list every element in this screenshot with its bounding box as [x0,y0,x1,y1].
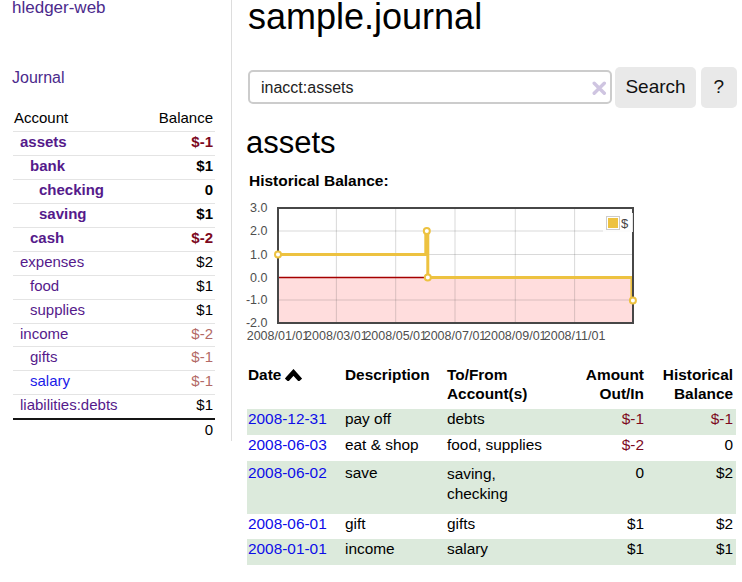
svg-text:2008/05/01: 2008/05/01 [364,329,427,343]
svg-text:-2.0: -2.0 [246,316,268,330]
svg-text:$: $ [621,216,629,231]
svg-text:2.0: 2.0 [250,224,267,238]
svg-text:2008/01/01: 2008/01/01 [247,329,310,343]
svg-text:-1.0: -1.0 [246,293,268,307]
svg-text:2008/03/01: 2008/03/01 [305,329,368,343]
svg-text:0.0: 0.0 [250,271,267,285]
svg-text:2008/11/01: 2008/11/01 [544,329,606,343]
svg-text:2008/07/01: 2008/07/01 [424,329,487,343]
svg-text:2008/09/01: 2008/09/01 [484,329,547,343]
svg-text:3.0: 3.0 [250,201,267,215]
svg-text:1.0: 1.0 [250,248,267,262]
